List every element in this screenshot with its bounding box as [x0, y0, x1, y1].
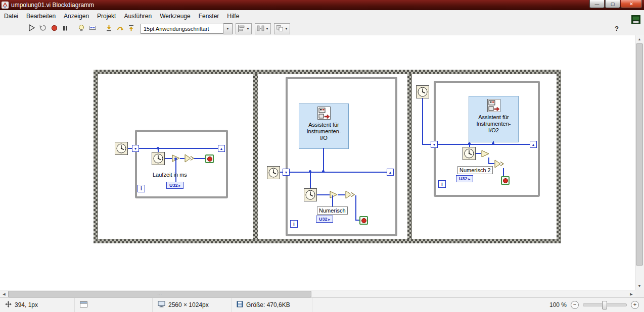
- clock-function-node[interactable]: [115, 142, 128, 155]
- wire: [180, 158, 185, 159]
- highlight-execution-button[interactable]: [76, 23, 87, 34]
- abort-button[interactable]: [49, 23, 60, 34]
- zoom-slider-thumb[interactable]: [602, 301, 607, 309]
- menu-anzeigen[interactable]: Anzeigen: [60, 11, 93, 21]
- pane-indicator-segment: [75, 298, 153, 312]
- maximize-button[interactable]: ▢: [605, 0, 620, 8]
- vertical-scrollbar[interactable]: ▲ ▼: [635, 35, 644, 290]
- move-cursor-icon: [5, 301, 12, 309]
- comparison-node[interactable]: [345, 190, 355, 199]
- clock-function-node[interactable]: [416, 85, 429, 98]
- clock-function-node[interactable]: [152, 152, 165, 165]
- clock-function-node[interactable]: [267, 166, 280, 179]
- step-out-button[interactable]: [125, 23, 136, 34]
- step-over-button[interactable]: [114, 23, 125, 34]
- menu-ausfuehren[interactable]: Ausführen: [120, 11, 156, 21]
- window-title: umpolung01.vi Blockdiagramm: [11, 2, 94, 9]
- font-selector-value: 15pt Anwendungsschriftart: [144, 26, 209, 32]
- run-button[interactable]: [26, 23, 37, 34]
- chevron-down-icon: ▼: [226, 27, 229, 30]
- free-label[interactable]: Laufzeit in ms: [153, 172, 187, 178]
- stop-icon: [361, 218, 366, 223]
- block-diagram-canvas[interactable]: ▼ ▲ Laufzeit in ms U32▸ i: [0, 35, 635, 290]
- menu-bearbeiten[interactable]: Bearbeiten: [22, 11, 60, 21]
- loop-tunnel-in[interactable]: ▼: [431, 141, 438, 148]
- font-selector-dropdown-button[interactable]: ▼: [223, 23, 233, 34]
- horizontal-scroll-thumb[interactable]: ∙∙∙: [8, 291, 311, 297]
- u32-label: U32: [459, 177, 468, 181]
- pause-button[interactable]: [60, 23, 71, 34]
- numeric-terminal-u32[interactable]: U32▸: [166, 182, 183, 189]
- zoom-controls: 100 % − +: [549, 297, 639, 312]
- zoom-slider[interactable]: [583, 303, 627, 306]
- wire: [503, 168, 504, 177]
- wire-junction: [468, 142, 471, 145]
- numeric-terminal-u32[interactable]: U32▸: [316, 216, 333, 223]
- retain-wire-values-button[interactable]: [87, 23, 98, 34]
- distribute-objects-button[interactable]: ▼: [255, 23, 271, 34]
- menu-werkzeuge[interactable]: Werkzeuge: [156, 11, 194, 21]
- vertical-scroll-thumb[interactable]: [636, 43, 643, 266]
- stop-button-terminal[interactable]: [501, 176, 510, 185]
- comparison-node[interactable]: [494, 160, 504, 168]
- sequence-frame-divider[interactable]: [407, 74, 412, 239]
- stop-button-terminal[interactable]: [359, 216, 368, 225]
- scroll-down-button[interactable]: ▼: [635, 282, 643, 290]
- numeric-terminal-u32[interactable]: U32▸: [456, 175, 473, 182]
- menubar: Datei Bearbeiten Anzeigen Projekt Ausfüh…: [0, 10, 644, 22]
- menu-datei[interactable]: Datei: [0, 11, 22, 21]
- clock-function-node[interactable]: [463, 147, 476, 160]
- font-selector[interactable]: 15pt Anwendungsschriftart: [141, 24, 223, 34]
- zoom-in-button[interactable]: +: [631, 301, 639, 309]
- loop-tunnel-out[interactable]: ▲: [530, 141, 537, 148]
- run-continuous-button[interactable]: [37, 23, 49, 34]
- resolution-value: 2560 × 1024px: [168, 301, 209, 308]
- increment-node[interactable]: [481, 150, 489, 158]
- loop-iteration-terminal[interactable]: i: [438, 180, 446, 188]
- sequence-frame-divider[interactable]: [253, 74, 258, 239]
- stop-button-terminal[interactable]: [205, 154, 214, 163]
- minimize-button[interactable]: —: [589, 0, 605, 8]
- titlebar[interactable]: umpolung01.vi Blockdiagramm — ▢ ✕: [0, 0, 644, 10]
- app-icon: [2, 2, 9, 9]
- wire: [175, 159, 176, 182]
- comparison-node[interactable]: [185, 154, 194, 163]
- scroll-left-button[interactable]: ◀: [0, 290, 8, 298]
- loop-iteration-terminal[interactable]: i: [137, 185, 145, 192]
- express-vi-instrument-io2[interactable]: Assistent für Instrumenten- I/O2: [469, 96, 519, 142]
- loop-tunnel-out[interactable]: ▲: [218, 145, 225, 152]
- wire: [355, 195, 356, 221]
- loop-iteration-terminal[interactable]: i: [290, 220, 298, 228]
- menu-fenster[interactable]: Fenster: [195, 11, 223, 21]
- align-objects-button[interactable]: ▼: [236, 23, 252, 34]
- horizontal-scrollbar[interactable]: ◀ ∙∙∙ ▶: [0, 290, 635, 298]
- increment-node[interactable]: [330, 191, 338, 198]
- express-vi-instrument-io[interactable]: Assistent für Instrumenten- I/O: [299, 103, 349, 149]
- loop-tunnel-in[interactable]: ▼: [132, 145, 139, 152]
- loop-tunnel-out[interactable]: ▲: [387, 169, 394, 176]
- zoom-out-button[interactable]: −: [571, 301, 579, 309]
- close-button[interactable]: ✕: [621, 0, 642, 8]
- u32-label: U32: [319, 217, 328, 222]
- wire: [289, 172, 387, 173]
- terminal-label[interactable]: Numerisch 2: [457, 166, 493, 174]
- scroll-up-button[interactable]: ▲: [635, 35, 643, 43]
- scroll-right-button[interactable]: ▶: [627, 290, 635, 298]
- scrollbar-corner: [635, 290, 644, 297]
- wire-junction: [322, 170, 325, 173]
- reorder-objects-icon: [276, 25, 284, 32]
- step-into-button[interactable]: [103, 23, 114, 34]
- clock-function-node[interactable]: [304, 188, 317, 201]
- wire: [476, 153, 481, 154]
- terminal-arrow-icon: ▸: [469, 177, 471, 181]
- run-continuous-icon: [39, 24, 47, 33]
- reorder-objects-button[interactable]: ▼: [274, 23, 290, 34]
- menu-projekt[interactable]: Projekt: [93, 11, 120, 21]
- context-help-button[interactable]: ?: [612, 23, 622, 33]
- file-size-segment: Größe: 470,6KB: [232, 298, 312, 312]
- menu-hilfe[interactable]: Hilfe: [223, 11, 243, 21]
- step-out-icon: [128, 24, 134, 33]
- loop-tunnel-in[interactable]: ▼: [283, 169, 290, 176]
- save-disk-icon: [237, 301, 243, 309]
- terminal-label[interactable]: Numerisch: [317, 206, 348, 215]
